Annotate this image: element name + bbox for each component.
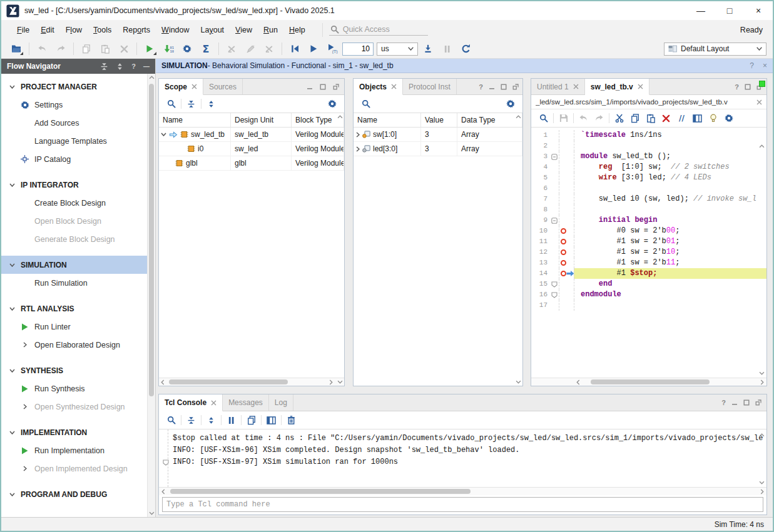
fn-item-ip-catalog[interactable]: IP Catalog xyxy=(1,150,155,168)
expand-all-icon[interactable] xyxy=(116,63,124,71)
fn-item-settings[interactable]: Settings xyxy=(1,96,155,114)
objects-row-sw-1-0[interactable]: sw[1:0] 3 Array xyxy=(354,128,522,142)
code-line-16[interactable]: 16 endmodule xyxy=(531,289,766,300)
float-panel-icon[interactable] xyxy=(755,399,761,406)
fn-section-header-ip-integrator[interactable]: IP INTEGRATOR xyxy=(1,176,155,194)
collapse-all-icon[interactable] xyxy=(100,63,108,71)
breakpoint-marker[interactable] xyxy=(561,239,566,244)
toggle-column-select-button[interactable] xyxy=(690,111,705,125)
scope-settings-button[interactable] xyxy=(324,97,340,111)
help-icon[interactable]: ? xyxy=(750,61,754,70)
scope-row-sw-led-tb[interactable]: sw_led_tb sw_led_tb Verilog Module xyxy=(159,128,344,142)
code-line-10[interactable]: 10 #0 sw = 2'b00; xyxy=(531,226,766,236)
editor-redo-button[interactable] xyxy=(591,111,607,125)
console-expand-all-button[interactable] xyxy=(203,413,219,427)
help-icon[interactable]: ? xyxy=(131,63,136,70)
report-button[interactable]: Σ xyxy=(197,41,215,57)
help-icon[interactable]: ? xyxy=(721,399,726,406)
code-line-4[interactable]: 4 reg [1:0] sw; // 2 switches xyxy=(531,162,766,173)
console-search-button[interactable] xyxy=(163,413,179,427)
help-icon[interactable]: ? xyxy=(735,83,739,91)
fn-item-run-linter[interactable]: Run Linter xyxy=(1,318,155,336)
column-data-type[interactable]: Data Type xyxy=(457,113,522,127)
column-block-type[interactable]: Block Type xyxy=(292,113,344,127)
code-editor[interactable]: 1 `timescale 1ns/1ns 2 3 module sw_led_t… xyxy=(531,128,766,378)
window-close-button[interactable]: × xyxy=(744,1,773,20)
collapse-all-button[interactable] xyxy=(183,97,199,111)
expand-all-button[interactable] xyxy=(203,97,219,111)
close-layout-icon[interactable]: × xyxy=(763,61,767,70)
tab-scope[interactable]: Scope xyxy=(159,79,203,95)
quick-fix-button[interactable] xyxy=(705,111,721,125)
sidebar-scrollbar[interactable] xyxy=(147,74,155,517)
fold-marker-icon[interactable] xyxy=(551,218,558,224)
close-tab-icon[interactable] xyxy=(211,400,216,406)
tab-tcl-console[interactable]: Tcl Console xyxy=(159,394,223,411)
undo-button[interactable] xyxy=(33,41,51,57)
fn-section-header-project-manager[interactable]: PROJECT MANAGER xyxy=(1,78,155,96)
fn-item-open-synthesized-design[interactable]: Open Synthesized Design xyxy=(1,398,155,416)
delete-button[interactable] xyxy=(115,41,133,57)
condition-button[interactable] xyxy=(242,41,259,57)
editor-undo-button[interactable] xyxy=(576,111,591,125)
fn-section-header-rtl-analysis[interactable]: RTL ANALYSIS xyxy=(1,299,155,318)
editor-copy-button[interactable] xyxy=(627,111,643,125)
run-all-button[interactable] xyxy=(305,41,322,57)
menu-file[interactable]: File xyxy=(11,24,35,36)
editor-delete-button[interactable] xyxy=(658,111,674,125)
run-button[interactable] xyxy=(141,41,158,57)
pause-button[interactable] xyxy=(438,41,456,57)
remove-button[interactable] xyxy=(260,41,278,57)
minimize-icon[interactable]: — xyxy=(143,63,150,70)
fn-item-open-implemented-design[interactable]: Open Implemented Design xyxy=(1,459,155,478)
refresh-button[interactable] xyxy=(457,41,474,57)
tab-untitled-1[interactable]: Untitled 1 xyxy=(531,79,585,94)
breakpoint-button[interactable] xyxy=(223,41,240,57)
editor-hscrollbar[interactable] xyxy=(531,378,766,386)
copy-button[interactable] xyxy=(78,41,95,57)
editor-settings-button[interactable] xyxy=(721,111,736,125)
simulation-time-input[interactable] xyxy=(342,43,374,56)
console-hscrollbar[interactable] xyxy=(159,487,766,495)
tab-objects[interactable]: Objects xyxy=(354,79,403,95)
restart-button[interactable] xyxy=(286,41,303,57)
column-design-unit[interactable]: Design Unit xyxy=(231,113,292,127)
console-collapse-all-button[interactable] xyxy=(183,413,199,427)
editor-search-button[interactable] xyxy=(536,111,551,125)
scrollbar-thumb[interactable] xyxy=(591,379,710,384)
chevron-right-icon[interactable] xyxy=(356,146,360,152)
fn-section-header-program-and-debug[interactable]: PROGRAM AND DEBUG xyxy=(1,485,155,503)
code-line-8[interactable]: 8 xyxy=(531,204,766,215)
layout-select[interactable]: Default Layout xyxy=(664,43,766,56)
menu-tools[interactable]: Tools xyxy=(88,24,117,36)
fold-marker-icon[interactable] xyxy=(551,154,558,160)
menu-run[interactable]: Run xyxy=(258,24,283,36)
chevron-down-icon[interactable] xyxy=(161,133,166,136)
float-panel-icon[interactable] xyxy=(333,84,339,90)
tab-sources[interactable]: Sources xyxy=(203,79,243,94)
editor-paste-button[interactable] xyxy=(643,111,658,125)
code-line-6[interactable]: 6 xyxy=(531,183,766,194)
code-line-1[interactable]: 1 `timescale 1ns/1ns xyxy=(531,130,766,141)
scope-row-glbl[interactable]: glbl glbl Verilog Module xyxy=(159,156,344,171)
menu-reports[interactable]: Reports xyxy=(117,24,156,36)
tab-protocol-instances[interactable]: Protocol Inst xyxy=(403,79,457,94)
toggle-comment-button[interactable]: // xyxy=(674,111,690,125)
close-tab-icon[interactable] xyxy=(573,84,579,89)
menu-window[interactable]: Window xyxy=(156,24,195,36)
run-for-time-button[interactable]: (T) xyxy=(323,41,341,57)
code-line-3[interactable]: 3 module sw_led_tb (); xyxy=(531,151,766,162)
scrollbar-thumb[interactable] xyxy=(170,489,471,494)
paste-button[interactable] xyxy=(96,41,114,57)
scope-hscrollbar[interactable] xyxy=(159,378,344,386)
redo-button[interactable] xyxy=(52,41,69,57)
console-copy-button[interactable] xyxy=(243,413,259,427)
code-line-12[interactable]: 12 #1 sw = 2'b10; xyxy=(531,247,766,258)
code-line-2[interactable]: 2 xyxy=(531,141,766,151)
time-unit-select[interactable]: us xyxy=(377,43,418,56)
maximize-panel-icon[interactable] xyxy=(320,84,326,90)
code-line-17[interactable]: 17 xyxy=(531,300,766,311)
fn-section-header-implementation[interactable]: IMPLEMENTATION xyxy=(1,423,155,441)
close-path-icon[interactable] xyxy=(756,99,762,105)
menu-layout[interactable]: Layout xyxy=(195,24,230,36)
